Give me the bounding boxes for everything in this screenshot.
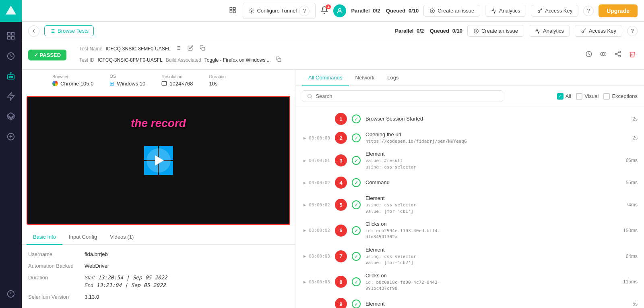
header-analytics-button[interactable]: Analytics	[529, 25, 570, 37]
command-row[interactable]: ▶ 00:00:02 4 ✓ Command 55ms	[295, 173, 644, 192]
cmd-check-6: ✓	[352, 226, 361, 235]
info-row-duration: Duration Start 13:20:54 | Sep 05 2022 En…	[28, 275, 289, 288]
tab-videos[interactable]: Videos (1)	[103, 230, 140, 245]
cmd-info-9: Element	[365, 301, 627, 308]
cmd-duration-3: 66ms	[626, 158, 638, 163]
content-help-button[interactable]: ?	[627, 26, 638, 36]
main-content: Configure Tunnel ? 4 Parallel 0/2 Queued…	[22, 0, 644, 308]
sidebar-item-dashboard[interactable]	[0, 26, 22, 46]
intersect-icon[interactable]	[598, 49, 609, 61]
svg-point-8	[11, 76, 13, 78]
parallel-info-2: Parallel 0/2 Queued 0/10	[395, 28, 462, 34]
command-row[interactable]: ▶ 00:00:00 2 ✓ Opening the url https://c…	[295, 128, 644, 148]
search-box[interactable]	[302, 90, 503, 102]
topbar-help-button[interactable]: ?	[583, 6, 594, 16]
svg-rect-3	[8, 37, 10, 39]
cmd-info-7: Element using: css selector value: [for=…	[365, 247, 621, 266]
timer-icon[interactable]	[584, 49, 594, 61]
filter-visual-checkbox[interactable]	[576, 93, 582, 100]
tab-basic-info[interactable]: Basic Info	[27, 230, 62, 245]
svg-point-49	[619, 51, 621, 53]
sidebar-item-plus[interactable]	[0, 127, 22, 147]
header-access-key-button[interactable]: Access Key	[575, 25, 622, 37]
configure-tunnel-help[interactable]: ?	[299, 6, 310, 16]
svg-rect-19	[233, 7, 235, 9]
sidebar-item-clock[interactable]	[0, 46, 22, 66]
create-issue-button[interactable]: Create an issue	[423, 5, 480, 17]
svg-rect-21	[233, 10, 235, 12]
browse-tests-label: Browse Tests	[58, 28, 89, 34]
tab-input-config[interactable]: Input Config	[62, 230, 103, 245]
grid-view-icon[interactable]	[229, 6, 236, 15]
play-button[interactable]	[147, 148, 171, 173]
svg-point-55	[308, 94, 312, 98]
share-icon[interactable]	[613, 49, 623, 61]
tab-logs[interactable]: Logs	[381, 70, 405, 86]
tab-network[interactable]: Network	[349, 70, 381, 86]
analytics-button[interactable]: Analytics	[485, 5, 526, 17]
sidebar	[0, 0, 22, 308]
command-row[interactable]: ▶ 00:00:02 6 ✓ Clicks on id: ecb2594e-11…	[295, 218, 644, 243]
cmd-duration-1: 2s	[632, 116, 638, 122]
video-container[interactable]: the record	[27, 96, 290, 225]
back-button[interactable]	[28, 25, 39, 37]
chrome-icon	[52, 81, 58, 86]
command-row[interactable]: ▶ 00:00:03 8 ✓ Clicks on id: b8c0a18c-fd…	[295, 269, 644, 295]
svg-rect-45	[278, 58, 281, 62]
filter-exceptions-checkbox[interactable]	[603, 93, 610, 100]
svg-line-56	[311, 97, 312, 98]
edit-icon[interactable]	[186, 44, 195, 54]
browser-info-bar: Browser Chrome 105.0 OS ⊞ Windows 10	[22, 70, 295, 91]
sidebar-item-lightning[interactable]	[0, 86, 22, 106]
cmd-check-4: ✓	[352, 178, 361, 187]
search-icon	[307, 94, 312, 99]
search-input[interactable]	[316, 93, 498, 99]
cmd-info-6: Clicks on id: ecb2594e-1103-40ed-bff4- d…	[365, 221, 618, 240]
copy-icon[interactable]	[198, 44, 207, 54]
commands-toolbar: All Visual Exceptions	[295, 86, 644, 106]
svg-point-22	[251, 10, 253, 12]
filter-all[interactable]: All	[557, 93, 571, 100]
copy-build-icon[interactable]	[274, 55, 283, 65]
configure-tunnel-button[interactable]: Configure Tunnel ?	[243, 3, 316, 19]
queued-label: Queued	[386, 8, 405, 14]
tab-all-commands[interactable]: All Commands	[302, 70, 349, 86]
sidebar-item-layers[interactable]	[0, 106, 22, 127]
svg-marker-10	[8, 93, 14, 100]
cmd-number-1: 1	[335, 113, 347, 125]
cmd-check-5: ✓	[352, 200, 361, 209]
info-row-selenium: Selenium Version 3.13.0	[28, 294, 289, 300]
sidebar-logo[interactable]	[0, 0, 22, 22]
command-row[interactable]: 1 ✓ Browser Session Started 2s	[295, 110, 644, 128]
sidebar-item-robot[interactable]	[0, 66, 22, 86]
access-key-button[interactable]: Access Key	[531, 5, 578, 17]
svg-point-51	[619, 55, 621, 57]
cmd-info-4: Command	[365, 179, 621, 186]
command-row[interactable]: ▶ 00:00:03 7 ✓ Element using: css select…	[295, 243, 644, 269]
cmd-number-6: 6	[335, 225, 347, 237]
command-row[interactable]: ▶ 00:00:01 3 ✓ Element value: #result us…	[295, 148, 644, 173]
reorder-icon[interactable]	[174, 44, 183, 54]
header-create-issue-button[interactable]: Create an issue	[467, 25, 524, 37]
video-area: the record	[22, 91, 295, 230]
notifications-bell[interactable]: 4	[320, 6, 328, 16]
svg-rect-18	[230, 7, 232, 9]
filter-exceptions[interactable]: Exceptions	[603, 93, 638, 100]
user-avatar[interactable]	[333, 4, 346, 17]
svg-line-53	[617, 52, 619, 54]
sidebar-item-warning[interactable]	[0, 284, 22, 304]
svg-point-23	[339, 8, 341, 11]
cmd-time-8: ▶ 00:00:03	[302, 279, 330, 285]
filter-all-checkbox[interactable]	[557, 93, 564, 100]
cmd-check-9: ✓	[352, 300, 361, 308]
upgrade-button[interactable]: Upgrade	[599, 4, 638, 17]
queued-value: 0/10	[409, 8, 419, 14]
command-row[interactable]: ▶ 00:00:02 5 ✓ Element using: css select…	[295, 192, 644, 218]
command-row[interactable]: 9 ✓ Element 5s	[295, 295, 644, 308]
filter-visual[interactable]: Visual	[576, 93, 599, 100]
delete-icon[interactable]	[627, 49, 638, 61]
svg-rect-44	[202, 47, 205, 50]
video-title: the record	[131, 117, 186, 130]
cmd-number-9: 9	[335, 298, 347, 308]
browse-tests-button[interactable]: Browse Tests	[44, 25, 94, 36]
